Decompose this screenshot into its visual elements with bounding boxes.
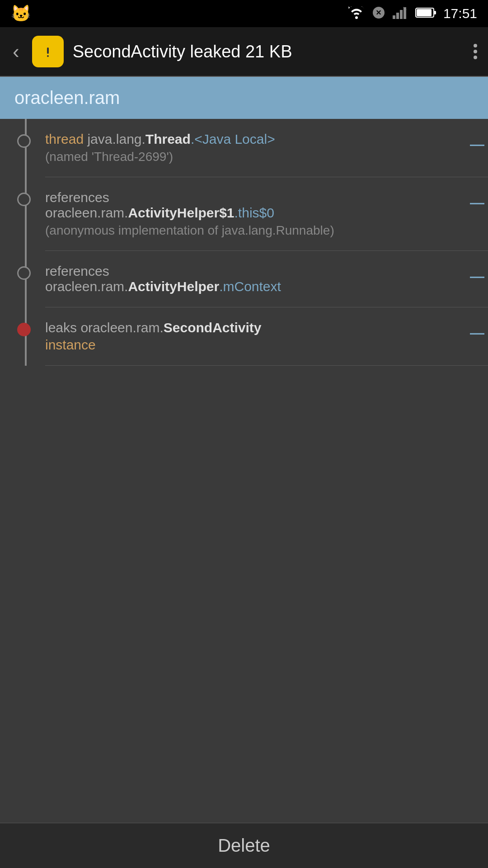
- timeline-node-2: [17, 193, 31, 206]
- delete-bar: Delete: [0, 823, 488, 868]
- item-class-2b: ActivityHelper$1: [128, 205, 234, 220]
- signal-icon: [393, 6, 409, 21]
- item-sub-2: (anonymous implementation of java.lang.R…: [45, 223, 461, 238]
- item-text-3: references oracleen.ram.ActivityHelper.m…: [45, 264, 461, 294]
- item-class-1a: java.lang.: [84, 132, 145, 146]
- svg-rect-1: [396, 13, 399, 19]
- minus-button-2[interactable]: —: [466, 193, 488, 213]
- battery-icon: [415, 6, 437, 21]
- svg-rect-9: [47, 55, 49, 57]
- item-class-3b: ActivityHelper: [128, 279, 219, 294]
- package-header: oracleen.ram: [0, 77, 488, 119]
- item-class-3c: .mContext: [219, 279, 281, 294]
- trace-item: thread java.lang.Thread.<Java Local> (na…: [45, 119, 488, 177]
- svg-rect-8: [47, 47, 49, 54]
- trace-list: thread java.lang.Thread.<Java Local> (na…: [0, 119, 488, 366]
- status-bar: 🐱: [0, 0, 488, 27]
- item-label-1: thread: [45, 132, 84, 146]
- cat-icon: 🐱: [11, 4, 31, 23]
- timeline-node-4: [17, 323, 31, 336]
- toolbar: ‹ SecondActivity leaked 21 KB: [0, 27, 488, 77]
- svg-rect-7: [417, 9, 432, 16]
- package-name: oracleen.ram: [14, 88, 120, 108]
- status-bar-right: 17:51: [348, 6, 477, 21]
- svg-rect-0: [393, 15, 395, 19]
- wifi-icon: [348, 6, 365, 21]
- minus-button-3[interactable]: —: [466, 266, 488, 287]
- item-sub-4: instance: [45, 337, 461, 353]
- item-label-3a: references: [45, 264, 109, 278]
- item-text-2: references oracleen.ram.ActivityHelper$1…: [45, 190, 461, 238]
- item-class-2a: oracleen.ram.: [45, 205, 128, 220]
- trace-item: references oracleen.ram.ActivityHelper.m…: [45, 251, 488, 307]
- minus-button-4[interactable]: —: [466, 323, 488, 343]
- item-text-1: thread java.lang.Thread.<Java Local> (na…: [45, 132, 461, 164]
- delete-button[interactable]: Delete: [218, 835, 270, 856]
- svg-rect-6: [434, 11, 436, 14]
- item-text-4: leaks oracleen.ram.SecondActivity instan…: [45, 320, 461, 353]
- notification-icon: [371, 6, 386, 21]
- status-bar-left: 🐱: [11, 4, 31, 23]
- item-class-2c: .this$0: [235, 205, 274, 220]
- item-class-3a: oracleen.ram.: [45, 279, 128, 294]
- item-label-2a: references: [45, 190, 109, 205]
- item-class-4a: oracleen.ram.: [80, 320, 163, 335]
- item-class-1c: .<Java Local>: [191, 132, 275, 146]
- item-sub-1: (named 'Thread-2699'): [45, 150, 461, 164]
- status-time: 17:51: [443, 6, 477, 21]
- content-area: thread java.lang.Thread.<Java Local> (na…: [0, 119, 488, 366]
- minus-button-1[interactable]: —: [466, 134, 488, 155]
- timeline-node-3: [17, 266, 31, 280]
- trace-item: references oracleen.ram.ActivityHelper$1…: [45, 177, 488, 251]
- back-button[interactable]: ‹: [9, 37, 23, 66]
- more-menu-button[interactable]: [472, 40, 479, 63]
- item-class-1b: Thread: [145, 132, 191, 146]
- svg-rect-2: [400, 10, 403, 19]
- app-icon: [32, 36, 64, 67]
- item-label-4a: leaks: [45, 320, 80, 335]
- item-class-4b: SecondActivity: [164, 320, 262, 335]
- timeline-node-1: [17, 134, 31, 148]
- toolbar-title: SecondActivity leaked 21 KB: [73, 42, 463, 61]
- trace-item: leaks oracleen.ram.SecondActivity instan…: [45, 307, 488, 366]
